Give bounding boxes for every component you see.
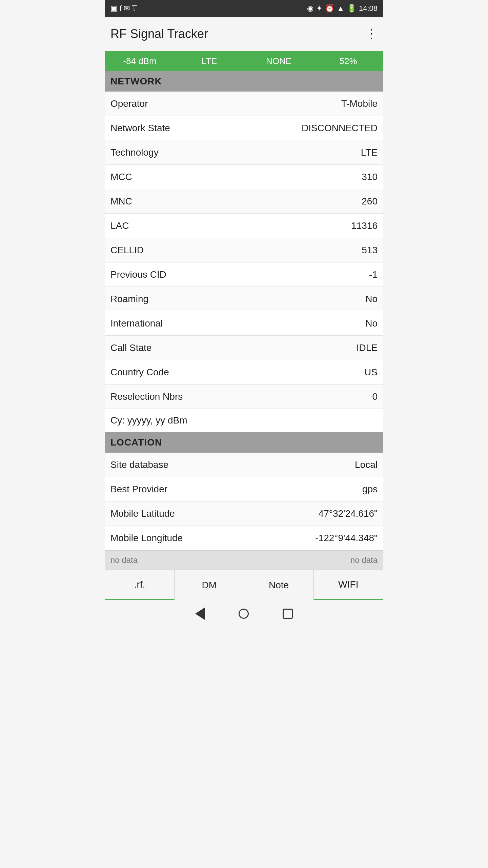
table-row: Technology LTE xyxy=(105,140,383,165)
row-value: IDLE xyxy=(357,342,378,353)
row-label: Call State xyxy=(110,342,357,353)
network-data-table: Operator T-Mobile Network State DISCONNE… xyxy=(105,92,383,409)
tab-note[interactable]: Note xyxy=(244,570,314,600)
tab-rf[interactable]: .rf. xyxy=(105,570,175,600)
more-options-icon[interactable]: ⋮ xyxy=(365,27,378,41)
signal-none: NONE xyxy=(244,53,313,70)
table-row: LAC 11316 xyxy=(105,214,383,238)
status-bar: ▣ f ✉ 𝕋 ◉ ✦ ⏰ ▲ 🔋 14:08 xyxy=(105,0,383,17)
table-row: Reselection Nbrs 0 xyxy=(105,384,383,409)
row-value: 513 xyxy=(362,245,378,256)
signal-dbm: -84 dBm xyxy=(105,53,175,70)
table-row: Previous CID -1 xyxy=(105,262,383,287)
row-label: Reselection Nbrs xyxy=(110,391,372,402)
status-bar-right: ◉ ✦ ⏰ ▲ 🔋 14:08 xyxy=(307,4,378,13)
tab-wifi[interactable]: WIFI xyxy=(314,570,383,600)
table-row: CELLID 513 xyxy=(105,238,383,262)
row-label: Previous CID xyxy=(110,269,369,280)
row-label: Network State xyxy=(110,123,302,134)
location-section-header: LOCATION xyxy=(105,432,383,453)
row-label: Mobile Latitude xyxy=(110,508,319,519)
battery-icon: 🔋 xyxy=(347,4,356,13)
signal-bar: -84 dBm LTE NONE 52% xyxy=(105,51,383,71)
row-value: 11316 xyxy=(351,220,378,231)
cy-row: Cy: yyyyy, yy dBm xyxy=(105,409,383,432)
no-data-left: no data xyxy=(110,555,138,565)
network-section-title: NETWORK xyxy=(110,76,162,86)
bottom-tab-bar: .rf. DM Note WIFI xyxy=(105,570,383,600)
row-value: 0 xyxy=(372,391,378,402)
time-display: 14:08 xyxy=(359,4,378,13)
row-value: LTE xyxy=(361,147,378,158)
row-value: gps xyxy=(362,484,378,495)
row-value: Local xyxy=(355,459,378,470)
signal-percent: 52% xyxy=(313,53,383,70)
row-value: US xyxy=(364,367,378,378)
table-row: Mobile Latitude 47°32'24.616" xyxy=(105,501,383,526)
bluetooth-icon: ✦ xyxy=(316,4,322,13)
no-data-right: no data xyxy=(350,555,378,565)
row-value: T-Mobile xyxy=(341,98,378,109)
row-value: 47°32'24.616" xyxy=(319,508,378,519)
notification-icons: ▣ f ✉ 𝕋 xyxy=(110,4,137,13)
table-row: MCC 310 xyxy=(105,165,383,189)
tab-note-label: Note xyxy=(269,580,289,591)
row-label: LAC xyxy=(110,220,351,231)
location-icon: ◉ xyxy=(307,4,313,13)
tab-wifi-label: WIFI xyxy=(338,579,358,590)
tab-dm-label: DM xyxy=(202,580,217,591)
row-label: Operator xyxy=(110,98,341,109)
no-data-bar: no data no data xyxy=(105,550,383,570)
status-bar-left: ▣ f ✉ 𝕋 xyxy=(110,4,137,13)
network-section-header: NETWORK xyxy=(105,71,383,92)
row-label: International xyxy=(110,318,365,329)
app-bar: RF Signal Tracker ⋮ xyxy=(105,17,383,51)
tab-rf-label: .rf. xyxy=(134,579,145,590)
row-label: MNC xyxy=(110,196,362,207)
table-row: Country Code US xyxy=(105,360,383,384)
location-section-title: LOCATION xyxy=(110,437,162,448)
row-value: -1 xyxy=(369,269,378,280)
row-label: Technology xyxy=(110,147,361,158)
row-label: Country Code xyxy=(110,367,364,378)
table-row: Mobile Longitude -122°9'44.348" xyxy=(105,526,383,550)
row-value: 310 xyxy=(362,172,378,182)
row-label: MCC xyxy=(110,172,362,182)
cy-text: Cy: yyyyy, yy dBm xyxy=(110,415,187,426)
signal-technology: LTE xyxy=(175,53,244,70)
row-value: No xyxy=(365,318,378,329)
table-row: International No xyxy=(105,311,383,336)
recents-button[interactable] xyxy=(283,609,293,619)
row-value: 260 xyxy=(362,196,378,207)
table-row: MNC 260 xyxy=(105,189,383,214)
table-row: Site database Local xyxy=(105,453,383,477)
tab-dm[interactable]: DM xyxy=(175,570,244,600)
row-label: Roaming xyxy=(110,294,365,304)
row-label: Site database xyxy=(110,459,355,470)
location-data-table: Site database Local Best Provider gps Mo… xyxy=(105,453,383,550)
app-title: RF Signal Tracker xyxy=(110,27,208,41)
table-row: Call State IDLE xyxy=(105,336,383,360)
table-row: Best Provider gps xyxy=(105,477,383,501)
row-label: Mobile Longitude xyxy=(110,533,315,544)
row-label: CELLID xyxy=(110,245,362,256)
row-value: No xyxy=(365,294,378,304)
row-value: -122°9'44.348" xyxy=(315,533,378,544)
row-label: Best Provider xyxy=(110,484,362,495)
back-button[interactable] xyxy=(195,608,205,620)
table-row: Network State DISCONNECTED xyxy=(105,116,383,140)
row-value: DISCONNECTED xyxy=(302,123,378,134)
table-row: Roaming No xyxy=(105,287,383,311)
signal-icon: ▲ xyxy=(337,4,344,13)
home-button[interactable] xyxy=(239,609,249,619)
alarm-icon: ⏰ xyxy=(325,4,334,13)
navigation-bar xyxy=(105,600,383,627)
table-row: Operator T-Mobile xyxy=(105,92,383,116)
